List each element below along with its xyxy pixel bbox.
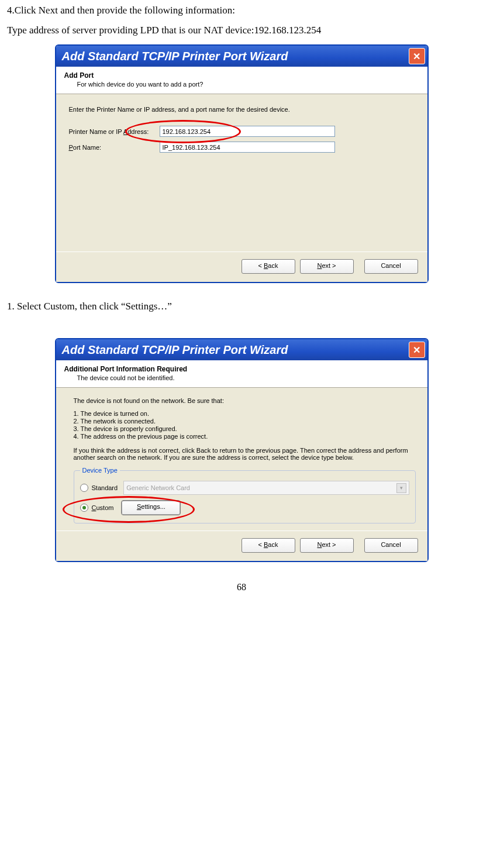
add-port-dialog: Add Standard TCP/IP Printer Port Wizard …	[55, 44, 429, 283]
dialog-body: Enter the Printer Name or IP address, an…	[56, 94, 427, 252]
button-row: < Back Next > Cancel	[56, 252, 427, 282]
window-title: Add Standard TCP/IP Printer Port Wizard	[62, 50, 288, 63]
radio-standard[interactable]	[80, 484, 88, 492]
header-title: Add Port	[64, 71, 422, 80]
dialog-header: Additional Port Information Required The…	[56, 360, 427, 388]
chevron-down-icon: ▾	[396, 483, 406, 493]
standard-combo: Generic Network Card ▾	[123, 481, 409, 495]
body-text: The device is not found on the network. …	[74, 397, 416, 461]
header-subtitle: For which device do you want to add a po…	[77, 81, 422, 88]
next-button[interactable]: Next >	[300, 259, 354, 274]
close-icon[interactable]: ✕	[409, 48, 425, 64]
instruction-step1: 1. Select Custom, then click “Settings…”	[7, 301, 476, 312]
settings-button[interactable]: Settings...	[122, 501, 180, 515]
instruction-step4: 4.Click Next and then provide the follow…	[7, 5, 476, 16]
additional-info-dialog: Add Standard TCP/IP Printer Port Wizard …	[55, 338, 429, 562]
titlebar: Add Standard TCP/IP Printer Port Wizard …	[56, 339, 427, 360]
window-title: Add Standard TCP/IP Printer Port Wizard	[62, 343, 288, 357]
address-input[interactable]	[160, 126, 335, 137]
radio-custom[interactable]	[80, 504, 88, 512]
label-standard: Standard	[92, 484, 118, 491]
cancel-button[interactable]: Cancel	[364, 259, 418, 274]
label-custom: Custom	[92, 504, 114, 511]
dialog-body: The device is not found on the network. …	[56, 388, 427, 531]
titlebar: Add Standard TCP/IP Printer Port Wizard …	[56, 46, 427, 67]
instruction-step4-sub: Type address of server providing LPD tha…	[7, 25, 476, 36]
port-input[interactable]	[160, 142, 335, 153]
label-port: Port Name:	[69, 144, 160, 151]
button-row: < Back Next > Cancel	[56, 531, 427, 561]
header-subtitle: The device could not be identified.	[77, 374, 422, 381]
dialog-header: Add Port For which device do you want to…	[56, 67, 427, 94]
cancel-button[interactable]: Cancel	[364, 538, 418, 553]
device-type-group: Device Type Standard Generic Network Car…	[74, 467, 416, 523]
prompt-text: Enter the Printer Name or IP address, an…	[69, 106, 415, 113]
label-address: Printer Name or IP Address:	[69, 128, 160, 135]
next-button[interactable]: Next >	[300, 538, 354, 553]
back-button[interactable]: < Back	[242, 538, 295, 553]
close-icon[interactable]: ✕	[409, 342, 425, 358]
header-title: Additional Port Information Required	[64, 365, 422, 373]
back-button[interactable]: < Back	[242, 259, 295, 274]
group-legend: Device Type	[80, 467, 120, 474]
page-number: 68	[7, 582, 476, 593]
